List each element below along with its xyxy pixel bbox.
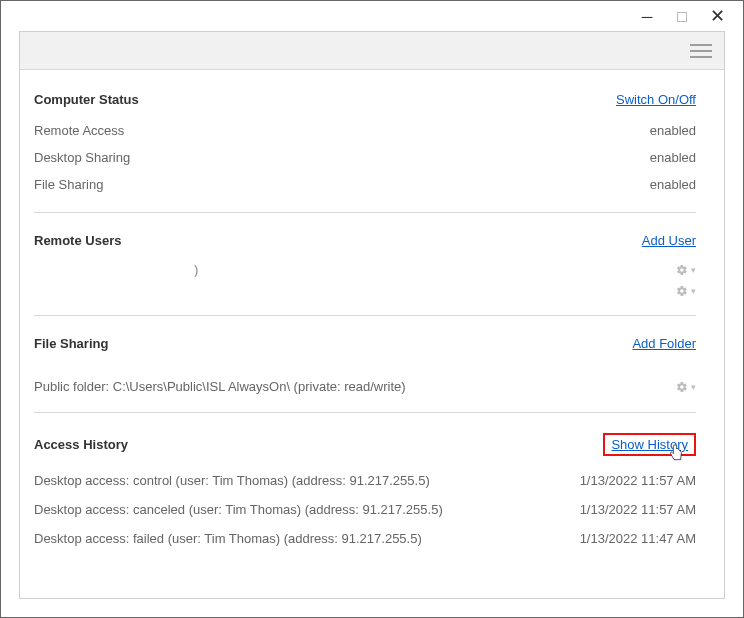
titlebar: ─ ✕ — [1, 1, 743, 31]
access-history-title: Access History — [34, 437, 128, 452]
computer-status-title: Computer Status — [34, 92, 139, 107]
history-time: 1/13/2022 11:57 AM — [580, 502, 696, 517]
show-history-highlight: Show History — [603, 433, 696, 456]
history-time: 1/13/2022 11:57 AM — [580, 473, 696, 488]
content-frame: Computer Status Switch On/Off Remote Acc… — [19, 31, 725, 599]
folder-settings-button[interactable]: ▾ — [676, 381, 696, 393]
status-value: enabled — [650, 177, 696, 192]
user-settings-button[interactable]: ▾ — [676, 264, 696, 276]
file-sharing-title: File Sharing — [34, 336, 108, 351]
remote-user-row: ) ▾ — [34, 258, 696, 281]
section-divider — [34, 315, 696, 316]
gear-icon — [676, 381, 688, 393]
status-row: Remote Access enabled — [34, 117, 696, 144]
caret-down-icon: ▾ — [691, 286, 696, 296]
status-label: Remote Access — [34, 123, 124, 138]
history-text: Desktop access: control (user: Tim Thoma… — [34, 473, 430, 488]
section-file-sharing: File Sharing Add Folder Public folder: C… — [34, 336, 696, 413]
remote-user-row: ▾ — [34, 281, 696, 301]
gear-icon — [676, 264, 688, 276]
menu-icon[interactable] — [690, 44, 712, 58]
section-divider — [34, 212, 696, 213]
show-history-link[interactable]: Show History — [611, 437, 688, 452]
user-settings-button[interactable]: ▾ — [676, 285, 696, 297]
toolbar — [20, 32, 724, 70]
status-row: Desktop Sharing enabled — [34, 144, 696, 171]
public-folder-path: Public folder: C:\Users\Public\ISL Alway… — [34, 379, 406, 394]
add-folder-link[interactable]: Add Folder — [632, 336, 696, 351]
status-value: enabled — [650, 150, 696, 165]
section-remote-users: Remote Users Add User ) ▾ — [34, 233, 696, 316]
switch-on-off-link[interactable]: Switch On/Off — [616, 92, 696, 107]
close-button[interactable]: ✕ — [709, 8, 725, 24]
add-user-link[interactable]: Add User — [642, 233, 696, 248]
section-divider — [34, 412, 696, 413]
status-label: File Sharing — [34, 177, 103, 192]
history-time: 1/13/2022 11:47 AM — [580, 531, 696, 546]
history-row: Desktop access: failed (user: Tim Thomas… — [34, 524, 696, 553]
history-row: Desktop access: control (user: Tim Thoma… — [34, 466, 696, 495]
scroll-area[interactable]: Computer Status Switch On/Off Remote Acc… — [20, 70, 724, 598]
history-row: Desktop access: canceled (user: Tim Thom… — [34, 495, 696, 524]
section-access-history: Access History Show History Desktop acce… — [34, 433, 696, 553]
caret-down-icon: ▾ — [691, 382, 696, 392]
file-sharing-row: Public folder: C:\Users\Public\ISL Alway… — [34, 361, 696, 398]
app-window: ─ ✕ Computer Status Switch On/Off Remote… — [0, 0, 744, 618]
remote-user-name: ) — [34, 262, 198, 277]
gear-icon — [676, 285, 688, 297]
status-row: File Sharing enabled — [34, 171, 696, 198]
status-label: Desktop Sharing — [34, 150, 130, 165]
remote-users-title: Remote Users — [34, 233, 121, 248]
maximize-button[interactable] — [677, 12, 687, 22]
history-text: Desktop access: canceled (user: Tim Thom… — [34, 502, 443, 517]
history-text: Desktop access: failed (user: Tim Thomas… — [34, 531, 422, 546]
caret-down-icon: ▾ — [691, 265, 696, 275]
section-computer-status: Computer Status Switch On/Off Remote Acc… — [34, 92, 696, 213]
minimize-button[interactable]: ─ — [639, 8, 655, 24]
status-value: enabled — [650, 123, 696, 138]
